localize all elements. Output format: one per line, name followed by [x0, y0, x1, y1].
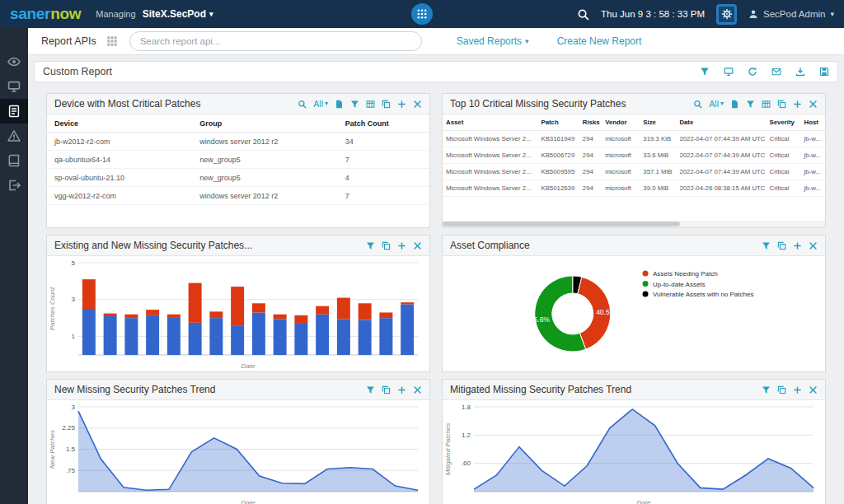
- column-header[interactable]: Vendor: [602, 114, 640, 131]
- table-row[interactable]: Microsoft Windows Server 2... KB5009595 …: [443, 164, 825, 180]
- copy-icon[interactable]: [382, 385, 391, 394]
- svg-text:Assets Needing Patch: Assets Needing Patch: [653, 270, 718, 278]
- copy-icon[interactable]: [382, 241, 391, 250]
- column-header[interactable]: Group: [192, 114, 337, 133]
- close-icon[interactable]: [413, 241, 422, 250]
- copy-icon[interactable]: [777, 100, 786, 109]
- search-report-input[interactable]: [129, 31, 422, 51]
- table-icon[interactable]: [366, 100, 375, 109]
- refresh-icon[interactable]: [748, 67, 757, 77]
- copy-icon[interactable]: [777, 385, 786, 394]
- cell-severity: Critical: [767, 131, 801, 147]
- filter-icon[interactable]: [366, 385, 375, 394]
- sidebar-item-reports[interactable]: [0, 99, 28, 124]
- export-icon[interactable]: [335, 100, 344, 109]
- search-icon[interactable]: [693, 100, 702, 109]
- plus-icon[interactable]: [793, 385, 802, 394]
- close-icon[interactable]: [809, 100, 818, 109]
- table-row[interactable]: vgg-w2012-r2-com windows server 2012 r2 …: [47, 187, 429, 205]
- cell-date: 2022-04-07 07:44:39 AM UTC: [676, 164, 766, 180]
- copy-icon[interactable]: [777, 241, 786, 250]
- monitor-icon[interactable]: [724, 67, 734, 77]
- devices-table: DeviceGroupPatch Count jb-w2012-r2-com w…: [47, 114, 429, 205]
- content-area: Custom Report Device with Most Critical …: [28, 55, 844, 504]
- column-header[interactable]: Risks: [579, 114, 602, 131]
- search-icon[interactable]: [577, 8, 589, 21]
- plus-icon[interactable]: [397, 385, 406, 394]
- table-row[interactable]: Microsoft Windows Server 2... KB3161949 …: [443, 131, 825, 147]
- saved-reports-dropdown[interactable]: Saved Reports ▾: [457, 35, 529, 47]
- export-icon[interactable]: [730, 100, 739, 109]
- mail-icon[interactable]: [771, 67, 781, 77]
- download-icon[interactable]: [795, 67, 805, 77]
- user-menu[interactable]: SecPod Admin ▾: [748, 9, 834, 19]
- sidebar-item-devices[interactable]: [0, 74, 28, 99]
- sidebar-item-docs[interactable]: [0, 148, 28, 173]
- plus-icon[interactable]: [397, 241, 406, 250]
- close-icon[interactable]: [809, 385, 818, 394]
- filter-icon[interactable]: [762, 385, 771, 394]
- table-row[interactable]: sp-oval-ubuntu-21.10 new_group5 4: [47, 169, 429, 187]
- table-row[interactable]: qa-ubuntux64-14 new_group5 7: [47, 151, 429, 169]
- save-icon[interactable]: [819, 67, 829, 77]
- sidebar-item-visibility[interactable]: [0, 49, 28, 74]
- column-header[interactable]: Patch: [537, 114, 579, 131]
- header-right: Thu Jun 9 3 : 58 : 33 PM SecPod Admin ▾: [577, 4, 834, 25]
- close-icon[interactable]: [809, 241, 818, 250]
- cell-date: 2022-04-26 08:38:15 AM UTC: [676, 180, 766, 197]
- panel-header: Asset Compliance: [443, 236, 825, 256]
- copy-icon[interactable]: [382, 100, 391, 109]
- filter-icon[interactable]: [700, 67, 710, 77]
- column-header[interactable]: Host: [801, 114, 825, 131]
- cell-risks: 294: [579, 180, 602, 197]
- table-icon[interactable]: [762, 100, 771, 109]
- column-header[interactable]: Size: [640, 114, 676, 131]
- panel-title: Top 10 Critical Missing Security Patches: [450, 98, 626, 110]
- close-icon[interactable]: [413, 100, 422, 109]
- svg-text:Up-to-date Assets: Up-to-date Assets: [653, 281, 706, 288]
- settings-button[interactable]: [716, 4, 737, 25]
- svg-text:New Patches: New Patches: [49, 430, 56, 469]
- cell-vendor: microsoft: [602, 180, 640, 197]
- filter-all-dropdown[interactable]: All ▾: [709, 99, 724, 109]
- filter-icon[interactable]: [762, 241, 771, 250]
- column-header[interactable]: Severity: [767, 114, 801, 131]
- plus-icon[interactable]: [397, 100, 406, 109]
- plus-icon[interactable]: [793, 100, 802, 109]
- table-row[interactable]: Microsoft Windows Server 2... KB5012639 …: [443, 180, 825, 197]
- site-selector[interactable]: SiteX.SecPod ▾: [143, 8, 213, 20]
- table-row[interactable]: Microsoft Windows Server 2... KB5006729 …: [443, 147, 825, 164]
- svg-text:Patches Count: Patches Count: [49, 287, 56, 330]
- create-new-report-link[interactable]: Create New Report: [557, 35, 642, 47]
- logo[interactable]: sanernow: [10, 5, 81, 23]
- filter-icon[interactable]: [746, 100, 755, 109]
- app-launcher-button[interactable]: [411, 3, 433, 25]
- search-icon[interactable]: [298, 100, 307, 109]
- sidebar-item-alerts[interactable]: [0, 124, 28, 148]
- cell-patch: KB5009595: [537, 164, 579, 180]
- sidebar-item-logout[interactable]: [0, 173, 28, 198]
- plus-icon[interactable]: [793, 241, 802, 250]
- panel-actions: [762, 385, 818, 394]
- panel-header: Mitigated Missing Security Patches Trend: [443, 380, 825, 400]
- cell-patch: KB3161949: [537, 131, 579, 147]
- column-header[interactable]: Date: [676, 114, 766, 131]
- grid-view-icon[interactable]: [106, 35, 118, 47]
- panel-actions: [366, 241, 422, 250]
- cell-device: sp-oval-ubuntu-21.10: [47, 169, 192, 187]
- close-icon[interactable]: [413, 385, 422, 394]
- panel-existing-new-patches: Existing and New Missing Security Patche…: [46, 235, 430, 372]
- cell-vendor: microsoft: [602, 164, 640, 180]
- cell-risks: 294: [579, 164, 602, 180]
- filter-icon[interactable]: [366, 241, 375, 250]
- cell-host: jb-w...: [801, 147, 825, 164]
- column-header[interactable]: Patch Count: [338, 114, 429, 133]
- column-header[interactable]: Asset: [443, 114, 537, 131]
- filter-all-dropdown[interactable]: All ▾: [313, 99, 328, 109]
- filter-icon[interactable]: [350, 100, 359, 109]
- horizontal-scrollbar[interactable]: [443, 221, 825, 227]
- column-header[interactable]: Device: [47, 114, 192, 133]
- scrollbar-thumb[interactable]: [443, 222, 680, 226]
- table-row[interactable]: jb-w2012-r2-com windows server 2012 r2 3…: [47, 133, 429, 151]
- monitor-icon: [7, 80, 21, 93]
